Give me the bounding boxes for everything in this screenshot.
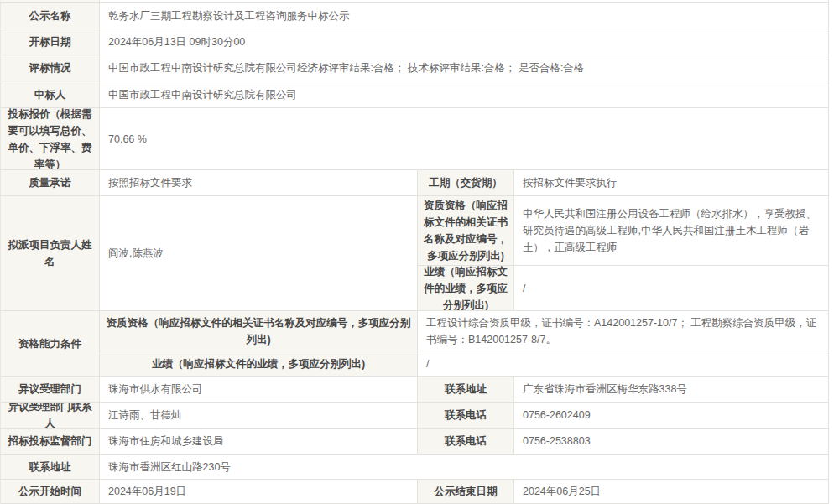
supervision-department-label: 招标投标监督部门 bbox=[1, 428, 100, 454]
objection-department-label: 异议受理部门 bbox=[1, 376, 100, 402]
project-leader-value: 阎波,陈燕波 bbox=[100, 195, 418, 310]
contact-phone-value-1: 0756-2602409 bbox=[514, 402, 829, 428]
contact-address-label-1: 联系地址 bbox=[418, 376, 514, 402]
company-performance-value: / bbox=[418, 351, 829, 376]
bid-opening-date-value: 2024年06月13日 09时30分00 bbox=[100, 29, 829, 55]
bid-price-value: 70.66 % bbox=[100, 107, 829, 169]
leader-performance-value: / bbox=[514, 265, 829, 310]
subrow-company-qualification: 资质资格（响应招标文件的相关证书名称及对应编号，多项应分别列出) 工程设计综合资… bbox=[100, 310, 829, 351]
quality-commitment-value: 按照招标文件要求 bbox=[100, 169, 418, 195]
qualification-capability-label: 资格能力条件 bbox=[1, 310, 100, 376]
row-bid-price: 投标报价（根据需要可以填写总价、单价、下浮率、费率等） 70.66 % bbox=[0, 107, 829, 169]
subrow-leader-performance: 业绩（响应招标文件的业绩，多项应分别列出) / bbox=[418, 265, 829, 310]
company-qualification-label: 资质资格（响应招标文件的相关证书名称及对应编号，多项应分别列出) bbox=[100, 310, 418, 351]
leader-qualification-label: 资质资格（响应招标文件的相关证书名称及对应编号，多项应分别列出) bbox=[418, 195, 514, 265]
winning-bidder-value: 中国市政工程中南设计研究总院有限公司 bbox=[100, 81, 829, 107]
leader-qualification-value: 中华人民共和国注册公用设备工程师（给水排水），享受教授、 研究员待遇的高级工程师… bbox=[514, 195, 829, 265]
qualification-capability-subcolumn: 资质资格（响应招标文件的相关证书名称及对应编号，多项应分别列出) 工程设计综合资… bbox=[100, 310, 829, 376]
company-qualification-value: 工程设计综合资质甲级，证书编号：A142001257-10/7； 工程勘察综合资… bbox=[418, 310, 829, 351]
subrow-leader-qualification: 资质资格（响应招标文件的相关证书名称及对应编号，多项应分别列出) 中华人民共和国… bbox=[418, 195, 829, 265]
row-objection-contact: 异议受理部门联系人 江诗雨、甘德灿 联系电话 0756-2602409 bbox=[0, 402, 829, 428]
contact-address-value-1: 广东省珠海市香洲区梅华东路338号 bbox=[514, 376, 829, 402]
row-supervision-department: 招标投标监督部门 珠海市住房和城乡建设局 联系电话 0756-2538803 bbox=[0, 428, 829, 454]
quality-commitment-label: 质量承诺 bbox=[1, 169, 100, 195]
supervision-department-value: 珠海市住房和城乡建设局 bbox=[100, 428, 418, 454]
contact-address-label-2: 联系地址 bbox=[1, 454, 100, 479]
delivery-period-label: 工期（交货期） bbox=[418, 169, 514, 195]
row-project-leader: 拟派项目负责人姓名 阎波,陈燕波 资质资格（响应招标文件的相关证书名称及对应编号… bbox=[0, 195, 829, 310]
delivery-period-value: 按招标文件要求执行 bbox=[514, 169, 829, 195]
row-publicity-period: 公示开始时间 2024年06月19日 公示结束日期 2024年06月25日 bbox=[0, 479, 829, 504]
publicity-end-value: 2024年06月25日 bbox=[514, 479, 829, 504]
evaluation-result-label: 评标情况 bbox=[1, 55, 100, 81]
objection-contact-value: 江诗雨、甘德灿 bbox=[100, 402, 418, 428]
row-contact-address: 联系地址 珠海市香洲区红山路230号 bbox=[0, 454, 829, 479]
project-leader-subcolumn: 资质资格（响应招标文件的相关证书名称及对应编号，多项应分别列出) 中华人民共和国… bbox=[418, 195, 829, 310]
company-performance-label: 业绩（响应招标文件的业绩，多项应分别列出) bbox=[100, 351, 418, 376]
winning-bidder-label: 中标人 bbox=[1, 81, 100, 107]
bid-price-label: 投标报价（根据需要可以填写总价、单价、下浮率、费率等） bbox=[1, 107, 100, 169]
row-objection-department: 异议受理部门 珠海市供水有限公司 联系地址 广东省珠海市香洲区梅华东路338号 bbox=[0, 376, 829, 402]
bid-opening-date-label: 开标日期 bbox=[1, 29, 100, 55]
contact-address-value-2: 珠海市香洲区红山路230号 bbox=[100, 454, 829, 479]
project-leader-label: 拟派项目负责人姓名 bbox=[1, 195, 100, 310]
announcement-name-value: 乾务水厂三期工程勘察设计及工程咨询服务中标公示 bbox=[100, 2, 829, 29]
publicity-end-label: 公示结束日期 bbox=[418, 479, 514, 504]
subrow-company-performance: 业绩（响应招标文件的业绩，多项应分别列出) / bbox=[100, 351, 829, 376]
row-announcement-name: 公示名称 乾务水厂三期工程勘察设计及工程咨询服务中标公示 bbox=[0, 2, 829, 29]
row-qualification-capability: 资格能力条件 资质资格（响应招标文件的相关证书名称及对应编号，多项应分别列出) … bbox=[0, 310, 829, 376]
objection-department-value: 珠海市供水有限公司 bbox=[100, 376, 418, 402]
evaluation-result-value: 中国市政工程中南设计研究总院有限公司经济标评审结果:合格； 技术标评审结果:合格… bbox=[100, 55, 829, 81]
publicity-start-label: 公示开始时间 bbox=[1, 479, 100, 504]
announcement-name-label: 公示名称 bbox=[1, 2, 100, 29]
leader-performance-label: 业绩（响应招标文件的业绩，多项应分别列出) bbox=[418, 265, 514, 310]
row-winning-bidder: 中标人 中国市政工程中南设计研究总院有限公司 bbox=[0, 81, 829, 107]
row-bid-opening-date: 开标日期 2024年06月13日 09时30分00 bbox=[0, 29, 829, 55]
contact-phone-label-2: 联系电话 bbox=[418, 428, 514, 454]
publicity-start-value: 2024年06月19日 bbox=[100, 479, 418, 504]
row-quality-commitment: 质量承诺 按照招标文件要求 工期（交货期） 按招标文件要求执行 bbox=[0, 169, 829, 195]
contact-phone-label-1: 联系电话 bbox=[418, 402, 514, 428]
contact-phone-value-2: 0756-2538803 bbox=[514, 428, 829, 454]
row-evaluation-result: 评标情况 中国市政工程中南设计研究总院有限公司经济标评审结果:合格； 技术标评审… bbox=[0, 55, 829, 81]
objection-contact-label: 异议受理部门联系人 bbox=[1, 402, 100, 428]
bid-announcement-table: 公示名称 乾务水厂三期工程勘察设计及工程咨询服务中标公示 开标日期 2024年0… bbox=[0, 0, 829, 504]
